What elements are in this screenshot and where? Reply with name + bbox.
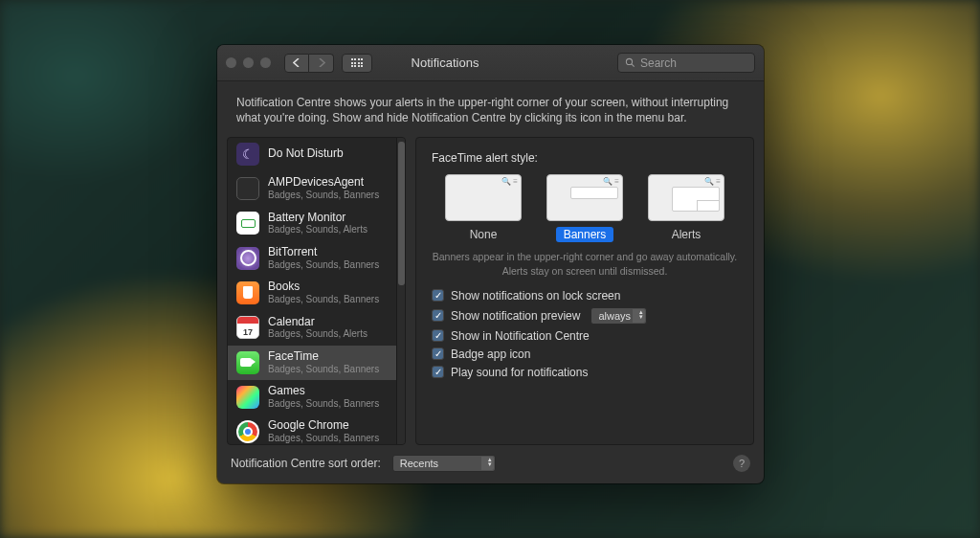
checkbox-icon[interactable] xyxy=(432,309,444,322)
check-badge[interactable]: Badge app icon xyxy=(432,347,738,361)
list-item-calendar[interactable]: Calendar Badges, Sounds, Alerts xyxy=(228,311,396,346)
app-sub: Badges, Sounds, Alerts xyxy=(268,328,368,340)
app-sub: Badges, Sounds, Banners xyxy=(268,398,379,410)
battery-icon xyxy=(236,212,259,235)
app-name: Games xyxy=(268,385,379,398)
sort-label: Notification Centre sort order: xyxy=(231,457,381,470)
moon-icon xyxy=(236,143,259,166)
app-name: FaceTime xyxy=(268,350,379,364)
bittorrent-icon xyxy=(236,247,259,270)
zoom-button[interactable] xyxy=(260,57,271,68)
games-icon xyxy=(236,386,259,409)
style-banners[interactable]: 🔍 ≡ Banners xyxy=(546,174,623,242)
list-item-bittorrent[interactable]: BitTorrent Badges, Sounds, Banners xyxy=(228,241,396,276)
preview-select[interactable]: always ▴▾ xyxy=(590,307,647,325)
app-sub: Badges, Sounds, Alerts xyxy=(268,224,368,235)
alert-style-label: FaceTime alert style: xyxy=(432,151,738,165)
check-label: Show notification preview xyxy=(451,309,580,323)
check-preview[interactable]: Show notification preview always ▴▾ xyxy=(432,307,738,325)
detail-panel: FaceTime alert style: 🔍 ≡ None 🔍 ≡ Banne… xyxy=(415,137,754,445)
chevron-updown-icon: ▴▾ xyxy=(488,458,492,467)
chevron-updown-icon: ▴▾ xyxy=(639,310,643,320)
checkbox-icon[interactable] xyxy=(432,366,444,378)
question-icon: ? xyxy=(739,458,745,469)
minimize-button[interactable] xyxy=(243,57,254,68)
check-lock-screen[interactable]: Show notifications on lock screen xyxy=(432,289,738,303)
books-icon xyxy=(236,281,259,304)
list-item-ampdevicesagent[interactable]: AMPDevicesAgent Badges, Sounds, Banners xyxy=(228,171,396,206)
app-name: Do Not Disturb xyxy=(268,147,344,161)
app-name: Calendar xyxy=(268,316,368,329)
style-alerts-preview: 🔍 ≡ xyxy=(648,174,724,221)
app-sub: Badges, Sounds, Banners xyxy=(268,433,379,444)
app-name: Google Chrome xyxy=(268,419,379,433)
svg-line-1 xyxy=(632,64,635,67)
scrollbar[interactable] xyxy=(396,138,405,444)
window-title: Notifications xyxy=(280,56,610,70)
search-input[interactable]: Search xyxy=(617,53,755,73)
app-name: BitTorrent xyxy=(268,246,379,259)
pane-description: Notification Centre shows your alerts in… xyxy=(217,81,764,137)
facetime-icon xyxy=(236,351,259,374)
search-icon xyxy=(625,57,635,68)
style-none-label: None xyxy=(462,227,505,242)
app-list-panel: Do Not Disturb AMPDevicesAgent Badges, S… xyxy=(227,137,406,445)
style-note: Banners appear in the upper-right corner… xyxy=(432,250,738,277)
check-sound[interactable]: Play sound for notifications xyxy=(432,366,738,379)
style-alerts[interactable]: 🔍 ≡ Alerts xyxy=(648,174,724,242)
calendar-icon xyxy=(236,316,259,339)
list-item-battery-monitor[interactable]: Battery Monitor Badges, Sounds, Alerts xyxy=(228,207,396,241)
preferences-window: Notifications Search Notification Centre… xyxy=(217,45,764,483)
checkbox-icon[interactable] xyxy=(432,347,444,360)
checkbox-icon[interactable] xyxy=(432,289,444,302)
checkbox-icon[interactable] xyxy=(432,329,444,342)
help-button[interactable]: ? xyxy=(733,455,750,472)
sort-order-select[interactable]: Recents ▴▾ xyxy=(392,455,496,472)
app-list[interactable]: Do Not Disturb AMPDevicesAgent Badges, S… xyxy=(228,138,396,444)
app-sub: Badges, Sounds, Banners xyxy=(268,294,379,305)
app-sub: Badges, Sounds, Banners xyxy=(268,364,379,375)
check-label: Badge app icon xyxy=(451,347,530,361)
style-none-preview: 🔍 ≡ xyxy=(445,174,522,221)
app-name: Battery Monitor xyxy=(268,212,368,225)
check-label: Play sound for notifications xyxy=(451,366,588,379)
chrome-icon xyxy=(236,420,259,443)
check-centre[interactable]: Show in Notification Centre xyxy=(432,329,738,343)
style-banners-preview: 🔍 ≡ xyxy=(546,174,623,221)
app-name: Books xyxy=(268,280,379,294)
generic-app-icon xyxy=(236,177,259,200)
app-sub: Badges, Sounds, Banners xyxy=(268,190,379,201)
list-item-do-not-disturb[interactable]: Do Not Disturb xyxy=(228,138,396,171)
app-name: AMPDevicesAgent xyxy=(268,176,379,190)
alert-style-row: 🔍 ≡ None 🔍 ≡ Banners 🔍 ≡ Alerts xyxy=(432,174,738,242)
window-controls xyxy=(226,57,271,68)
check-label: Show notifications on lock screen xyxy=(451,289,620,303)
style-alerts-label: Alerts xyxy=(664,227,709,242)
close-button[interactable] xyxy=(226,57,236,68)
style-none[interactable]: 🔍 ≡ None xyxy=(445,174,522,242)
list-item-facetime[interactable]: FaceTime Badges, Sounds, Banners xyxy=(228,346,396,380)
scroll-thumb[interactable] xyxy=(398,142,405,285)
list-item-books[interactable]: Books Badges, Sounds, Banners xyxy=(228,276,396,310)
footer: Notification Centre sort order: Recents … xyxy=(217,445,764,483)
app-sub: Badges, Sounds, Banners xyxy=(268,259,379,271)
search-placeholder: Search xyxy=(640,56,677,70)
check-label: Show in Notification Centre xyxy=(451,329,590,343)
list-item-games[interactable]: Games Badges, Sounds, Banners xyxy=(228,380,396,415)
style-banners-label: Banners xyxy=(556,227,614,242)
svg-point-0 xyxy=(626,58,632,64)
list-item-google-chrome[interactable]: Google Chrome Badges, Sounds, Banners xyxy=(228,415,396,444)
titlebar: Notifications Search xyxy=(217,45,764,81)
body: Do Not Disturb AMPDevicesAgent Badges, S… xyxy=(217,137,764,445)
